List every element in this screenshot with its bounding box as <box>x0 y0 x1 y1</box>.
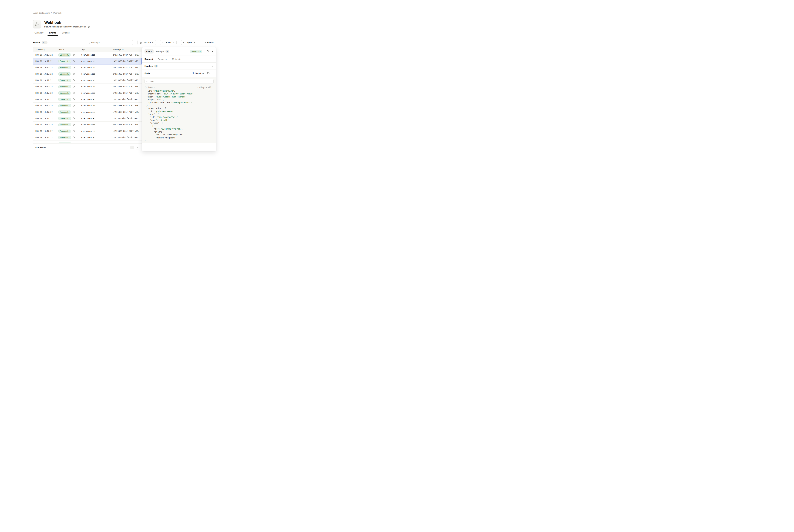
row-topic: user.created <box>81 130 113 132</box>
table-row[interactable]: NOV 18 10:17:22 Successful user.created … <box>33 83 142 90</box>
chevron-down-icon <box>211 65 213 67</box>
retry-row-button[interactable] <box>73 92 75 94</box>
close-icon <box>211 50 213 53</box>
table-row[interactable]: NOV 18 10:17:22 Successful user.created … <box>33 64 142 71</box>
previous-page-button[interactable] <box>130 146 134 149</box>
retry-row-button[interactable] <box>73 117 75 119</box>
json-line: "plan": { <box>145 113 213 116</box>
filter-by-id-input[interactable] <box>91 41 131 44</box>
retry-row-button[interactable] <box>73 73 75 75</box>
copy-url-button[interactable] <box>88 26 90 28</box>
retry-row-button[interactable] <box>73 79 75 81</box>
calendar-icon <box>139 41 141 44</box>
json-line: "id": "5HycQYuqK3eF5a2v", <box>145 116 213 119</box>
breadcrumb-separator: / <box>51 12 52 14</box>
next-page-button[interactable] <box>136 146 139 149</box>
retry-icon <box>73 104 75 107</box>
headers-section-toggle[interactable]: Headers 3 <box>142 62 216 70</box>
row-timestamp: NOV 18 10:17:22 <box>35 60 58 62</box>
time-range-button[interactable]: Last 24h <box>137 40 156 45</box>
row-message-id: b4925365-b8cf-42b7-a76… <box>113 124 142 126</box>
row-message-id: b4925365-b8cf-42b7-a76… <box>113 54 142 56</box>
tab-settings[interactable]: Settings <box>62 32 70 36</box>
collapse-all-button[interactable]: Collapse all ↑ <box>197 87 213 89</box>
row-message-id: b4925365-b8cf-42b7-a76… <box>113 136 142 138</box>
retry-icon <box>73 54 75 56</box>
json-item-count[interactable]: {1 item ↑ <box>145 87 155 89</box>
table-row[interactable]: NOV 18 10:17:22 Successful user.created … <box>33 109 142 115</box>
filter-by-id-box[interactable] <box>86 40 133 45</box>
status-badge: Successful <box>58 111 71 114</box>
body-filter-input[interactable] <box>150 80 212 82</box>
attempts-tab[interactable]: Attempts 3 <box>156 50 169 53</box>
retry-icon <box>73 66 75 69</box>
breadcrumb-section[interactable]: Event Destinations <box>33 12 50 14</box>
row-topic: user.created <box>81 92 113 94</box>
table-row[interactable]: NOV 18 10:17:22 Successful user.created … <box>33 90 142 96</box>
table-row[interactable]: NOV 18 10:17:22 Successful user.created … <box>33 96 142 102</box>
tab-metadata[interactable]: Metadata <box>172 56 181 62</box>
table-row[interactable]: NOV 18 10:17:22 Successful user.created … <box>33 141 142 144</box>
collapse-body-button[interactable] <box>211 72 213 74</box>
json-line: "item": { <box>145 131 213 133</box>
table-row[interactable]: NOV 18 10:17:22 Successful user.created … <box>33 102 142 109</box>
table-row[interactable]: NOV 18 10:17:22 Successful user.created … <box>33 121 142 128</box>
event-tab[interactable]: Event <box>145 49 154 54</box>
row-timestamp: NOV 18 10:17:22 <box>35 66 58 69</box>
chevron-down-icon <box>152 42 154 43</box>
retry-row-button[interactable] <box>73 130 75 132</box>
structured-view-toggle[interactable]: {} Structured <box>191 72 205 74</box>
retry-icon <box>73 98 75 100</box>
close-panel-button[interactable] <box>211 50 213 53</box>
json-tree: "id": "P2NoRtyZoTc46X3B","created_at": "… <box>145 90 213 142</box>
table-row[interactable]: NOV 18 10:17:22 Successful user.created … <box>33 58 142 64</box>
retry-icon <box>73 111 75 113</box>
body-filter-box[interactable] <box>145 79 213 84</box>
events-total: 472 events <box>35 146 46 149</box>
row-timestamp: NOV 18 10:17:22 <box>35 86 58 88</box>
json-line: "properties": { <box>145 98 213 101</box>
table-row[interactable]: NOV 18 10:17:22 Successful user.created … <box>33 77 142 83</box>
status-badge: Successful <box>58 136 71 139</box>
status-badge: Successful <box>58 123 71 126</box>
main-area: Timestamp Status Topic Message ID NOV 18… <box>33 47 216 151</box>
retry-row-button[interactable] <box>73 86 75 88</box>
table-row[interactable]: NOV 18 10:17:22 Successful user.created … <box>33 52 142 58</box>
topics-filter-button[interactable]: Topics <box>181 40 197 45</box>
tab-request[interactable]: Request <box>145 56 153 62</box>
tab-events[interactable]: Events <box>49 32 56 36</box>
retry-row-button[interactable] <box>73 136 75 138</box>
column-timestamp: Timestamp <box>35 48 58 51</box>
json-line: "name": "Growth", <box>145 119 213 121</box>
retry-event-button[interactable] <box>207 50 209 53</box>
refresh-button[interactable]: Refresh <box>202 40 216 45</box>
table-row[interactable]: NOV 18 10:17:22 Successful user.created … <box>33 128 142 134</box>
retry-icon <box>73 79 75 81</box>
retry-row-button[interactable] <box>73 60 75 62</box>
status-badge: Successful <box>58 92 71 95</box>
panel-header: Event Attempts 3 Successful <box>142 47 216 56</box>
tab-response[interactable]: Response <box>158 56 167 62</box>
retry-row-button[interactable] <box>73 66 75 69</box>
retry-row-button[interactable] <box>73 98 75 100</box>
row-message-id: b4925365-b8cf-42b7-a76… <box>113 73 142 75</box>
table-row[interactable]: NOV 18 10:17:22 Successful user.created … <box>33 115 142 121</box>
status-filter-button[interactable]: Status <box>160 40 176 45</box>
body-label: Body <box>145 72 150 74</box>
copy-body-button[interactable] <box>207 72 209 74</box>
table-row[interactable]: NOV 18 10:17:22 Successful user.created … <box>33 71 142 77</box>
row-topic: user.created <box>81 73 113 75</box>
row-message-id: b4925365-b8cf-42b7-a76… <box>113 104 142 107</box>
tab-overview[interactable]: Overview <box>35 32 43 36</box>
table-row[interactable]: NOV 18 10:17:22 Successful user.created … <box>33 134 142 141</box>
row-timestamp: NOV 18 10:17:22 <box>35 92 58 94</box>
retry-icon <box>73 117 75 119</box>
row-timestamp: NOV 18 10:17:22 <box>35 73 58 75</box>
retry-row-button[interactable] <box>73 104 75 107</box>
refresh-label: Refresh <box>207 41 214 44</box>
retry-row-button[interactable] <box>73 54 75 56</box>
retry-row-button[interactable] <box>73 124 75 126</box>
retry-row-button[interactable] <box>73 111 75 113</box>
chevron-up-icon <box>211 72 213 74</box>
breadcrumb-current: Webhook <box>53 12 61 14</box>
